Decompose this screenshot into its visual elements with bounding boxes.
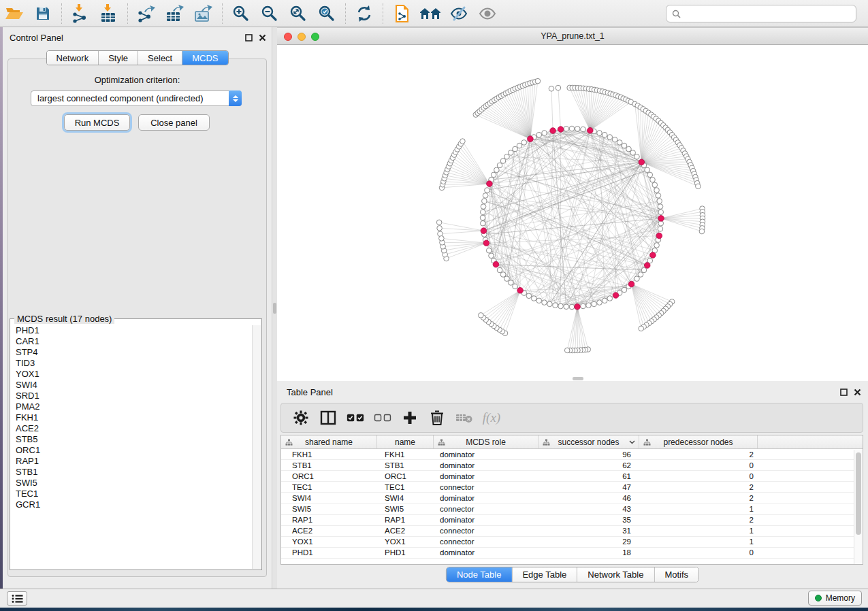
scrollbar-thumb[interactable] bbox=[856, 452, 861, 535]
close-panel-icon[interactable] bbox=[258, 33, 266, 42]
cell: ACE2 bbox=[377, 527, 434, 535]
tab-network-table[interactable]: Network Table bbox=[577, 567, 654, 582]
mcds-result-list[interactable]: PHD1CAR1STP4TID3YOX1SWI4SRD1PMA2FKH1ACE2… bbox=[11, 325, 252, 569]
select-all-icon[interactable] bbox=[347, 409, 364, 427]
cell: 0 bbox=[639, 472, 758, 480]
tab-motifs[interactable]: Motifs bbox=[654, 567, 698, 582]
network-window-titlebar[interactable]: YPA_prune.txt_1 bbox=[277, 27, 868, 45]
optimization-criterion-select[interactable]: largest connected component (undirected) bbox=[31, 90, 242, 106]
import-table-icon[interactable] bbox=[97, 3, 121, 24]
new-network-from-selection-icon[interactable] bbox=[389, 3, 414, 24]
table-row[interactable]: FKH1FKH1dominator962 bbox=[281, 449, 863, 460]
status-bar: Memory bbox=[0, 589, 868, 608]
cell: RAP1 bbox=[377, 516, 434, 524]
cell: 29 bbox=[539, 538, 639, 546]
tab-network[interactable]: Network bbox=[46, 51, 99, 65]
function-builder-icon[interactable]: f(x) bbox=[483, 409, 500, 427]
cell: 47 bbox=[539, 483, 639, 491]
mcds-result-title: MCDS result (17 nodes) bbox=[14, 314, 114, 324]
cell: SWI4 bbox=[281, 494, 377, 502]
table-row[interactable]: ORC1ORC1dominator610 bbox=[281, 471, 863, 482]
tab-node-table[interactable]: Node Table bbox=[447, 567, 513, 582]
hide-selected-icon[interactable] bbox=[447, 3, 471, 24]
apply-layout-icon[interactable] bbox=[352, 3, 376, 24]
cell: 0 bbox=[639, 461, 758, 469]
show-column-pane-icon[interactable] bbox=[319, 409, 337, 427]
main-toolbar bbox=[0, 0, 868, 27]
cell: STB1 bbox=[281, 461, 377, 469]
zoom-in-icon[interactable] bbox=[229, 3, 253, 24]
save-session-icon[interactable] bbox=[31, 3, 55, 24]
table-row[interactable]: SWI5SWI5connector431 bbox=[281, 503, 863, 514]
import-network-icon[interactable] bbox=[68, 3, 93, 24]
tab-select[interactable]: Select bbox=[138, 51, 182, 65]
float-panel-icon[interactable] bbox=[839, 388, 848, 396]
table-row[interactable]: STB1STB1dominator620 bbox=[281, 460, 863, 471]
table-row[interactable]: RAP1RAP1dominator352 bbox=[281, 515, 863, 526]
tab-style[interactable]: Style bbox=[99, 51, 138, 65]
mcds-result-item: SRD1 bbox=[11, 391, 252, 401]
open-file-icon[interactable] bbox=[2, 3, 27, 24]
delete-columns-icon[interactable] bbox=[428, 409, 446, 427]
tab-mcds[interactable]: MCDS bbox=[182, 51, 227, 65]
column-header-shared-name[interactable]: shared name bbox=[281, 435, 377, 448]
cell: connector bbox=[434, 483, 539, 491]
cell: dominator bbox=[434, 472, 539, 480]
zoom-fit-icon[interactable] bbox=[286, 3, 310, 24]
table-scrollbar[interactable] bbox=[854, 450, 863, 564]
selected-criterion: largest connected component (undirected) bbox=[31, 93, 229, 103]
cell: YOX1 bbox=[281, 538, 377, 546]
deselect-all-icon[interactable] bbox=[374, 409, 391, 427]
table-row[interactable]: TEC1TEC1connector472 bbox=[281, 482, 863, 493]
memory-label: Memory bbox=[826, 593, 855, 603]
table-body: FKH1FKH1dominator962STB1STB1dominator620… bbox=[281, 449, 863, 559]
table-options-icon[interactable] bbox=[292, 409, 310, 427]
network-graph bbox=[277, 45, 868, 381]
column-header-name[interactable]: name bbox=[377, 435, 434, 448]
float-panel-icon[interactable] bbox=[244, 33, 253, 42]
column-header-filler bbox=[758, 435, 863, 448]
divider-handle[interactable] bbox=[573, 377, 583, 380]
delete-table-icon[interactable] bbox=[455, 409, 473, 427]
run-mcds-button[interactable]: Run MCDS bbox=[64, 114, 130, 131]
column-header-successor-nodes[interactable]: successor nodes bbox=[539, 435, 639, 448]
close-panel-button[interactable]: Close panel bbox=[138, 114, 210, 131]
search-field[interactable] bbox=[666, 5, 856, 22]
split-divider[interactable] bbox=[272, 27, 277, 589]
zoom-selected-icon[interactable] bbox=[315, 3, 339, 24]
zoom-out-icon[interactable] bbox=[257, 3, 282, 24]
create-column-icon[interactable] bbox=[401, 409, 419, 427]
table-row[interactable]: YOX1YOX1connector291 bbox=[281, 537, 863, 548]
cell: 31 bbox=[539, 527, 639, 535]
table-row[interactable]: SWI4SWI4dominator462 bbox=[281, 493, 863, 503]
export-network-icon[interactable] bbox=[134, 3, 159, 24]
divider-handle[interactable] bbox=[273, 303, 276, 314]
show-all-icon[interactable] bbox=[475, 3, 500, 24]
export-image-icon[interactable] bbox=[191, 3, 216, 24]
network-canvas[interactable] bbox=[277, 45, 868, 381]
search-input[interactable] bbox=[685, 8, 850, 19]
toolbar-separator bbox=[61, 3, 62, 24]
export-table-icon[interactable] bbox=[163, 3, 187, 24]
column-header-predecessor-nodes[interactable]: predecessor nodes bbox=[639, 435, 758, 448]
column-header-MCDS-role[interactable]: MCDS role bbox=[434, 435, 539, 448]
optimization-criterion-label: Optimization criterion: bbox=[3, 75, 272, 85]
table-row[interactable]: PHD1PHD1dominator180 bbox=[281, 548, 863, 559]
show-task-history-button[interactable] bbox=[7, 591, 27, 606]
mcds-list-scrollbar[interactable] bbox=[252, 325, 261, 569]
memory-button[interactable]: Memory bbox=[808, 591, 862, 606]
cell: 1 bbox=[639, 538, 758, 546]
first-neighbors-icon[interactable] bbox=[418, 3, 443, 24]
select-stepper-icon bbox=[229, 90, 242, 106]
mcds-result-item: ORC1 bbox=[11, 445, 252, 456]
table-row[interactable]: ACE2ACE2connector311 bbox=[281, 526, 863, 537]
cell: 61 bbox=[539, 472, 639, 480]
cell: SWI4 bbox=[377, 494, 434, 502]
cell: SWI5 bbox=[377, 505, 434, 513]
mcds-result-item: FKH1 bbox=[11, 412, 252, 423]
tab-edge-table[interactable]: Edge Table bbox=[512, 567, 577, 582]
cell: 2 bbox=[639, 450, 758, 459]
cell: 2 bbox=[639, 483, 758, 491]
close-panel-icon[interactable] bbox=[853, 388, 861, 396]
desktop-wallpaper bbox=[0, 608, 868, 611]
